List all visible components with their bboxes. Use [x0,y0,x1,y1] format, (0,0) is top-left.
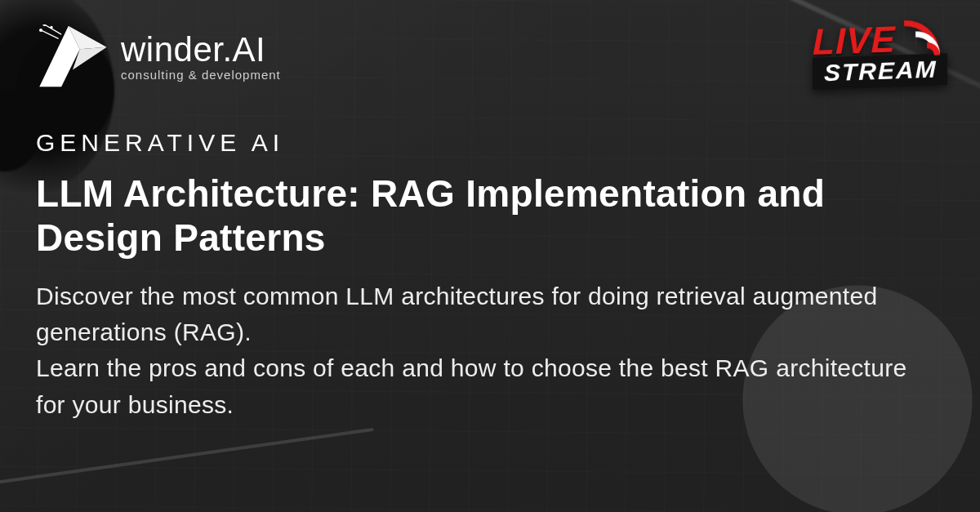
brand-tagline: consulting & development [121,69,281,81]
bird-icon [36,24,109,88]
brand-text: winder.AI consulting & development [121,33,281,81]
promo-card: winder.AI consulting & development LIVE … [0,0,980,512]
live-text: LIVE [813,24,896,59]
title: LLM Architecture: RAG Implementation and… [36,171,918,260]
broadcast-icon [902,19,940,58]
live-stream-badge: LIVE STREAM [813,19,947,90]
description: Discover the most common LLM architectur… [36,278,934,424]
header-row: winder.AI consulting & development LIVE … [36,18,947,108]
content-area: winder.AI consulting & development LIVE … [0,0,980,512]
svg-point-7 [50,26,52,29]
eyebrow: GENERATIVE AI [36,129,947,157]
svg-point-5 [39,29,42,32]
stream-text: STREAM [813,53,947,90]
brand-name: winder.AI [121,33,281,67]
svg-point-6 [42,24,46,26]
brand-logo: winder.AI consulting & development [36,24,281,88]
